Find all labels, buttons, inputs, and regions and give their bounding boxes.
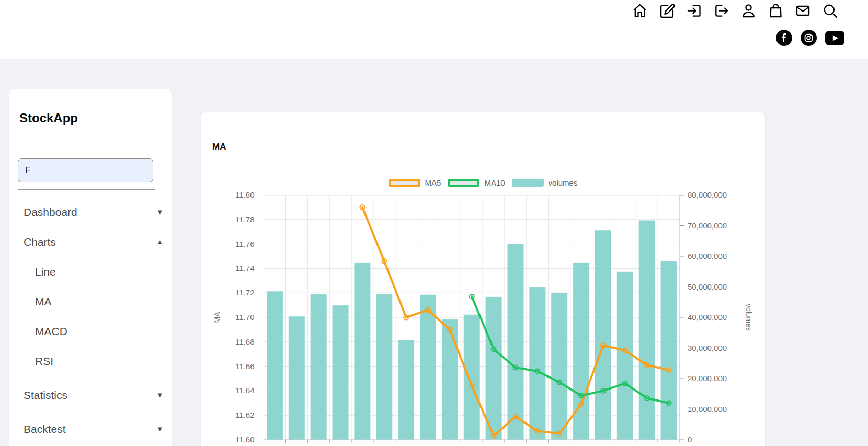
svg-text:11.78: 11.78 [235, 215, 254, 224]
login-icon[interactable] [686, 2, 703, 19]
svg-text:70,000,000: 70,000,000 [688, 221, 727, 230]
edit-icon[interactable] [658, 2, 676, 19]
svg-text:volumes: volumes [745, 304, 753, 331]
chevron-up-icon: ▲ [156, 238, 163, 246]
youtube-icon[interactable] [825, 31, 844, 45]
sidebar: StockApp Dashboard▼Charts▲LineMAMACDRSIS… [9, 89, 172, 446]
mail-icon[interactable] [794, 2, 812, 19]
sidebar-subitem-label: Line [35, 266, 56, 278]
sidebar-subitem-label: RSI [35, 355, 53, 368]
app-title: StockApp [19, 111, 78, 125]
sidebar-subitem-ma[interactable]: MA [9, 287, 172, 316]
svg-text:MA: MA [213, 312, 221, 323]
instagram-icon[interactable] [801, 30, 817, 46]
svg-text:11.72: 11.72 [235, 288, 254, 297]
svg-text:11.74: 11.74 [235, 264, 254, 272]
svg-text:40,000,000: 40,000,000 [688, 313, 727, 322]
sidebar-subitem-macd[interactable]: MACD [9, 316, 172, 346]
svg-text:11.76: 11.76 [235, 239, 254, 248]
svg-text:11.62: 11.62 [235, 410, 254, 419]
facebook-icon[interactable] [776, 30, 792, 46]
svg-text:11.60: 11.60 [235, 435, 254, 444]
search-icon[interactable] [821, 2, 839, 19]
chart-card: MA MA5MA10volumes 11.6011.6211.6411.6611… [201, 112, 765, 446]
ticker-search-input[interactable] [18, 158, 153, 182]
ma-chart-canvas[interactable]: 11.6011.6211.6411.6611.6811.7011.7211.74… [201, 112, 765, 446]
svg-text:50,000,000: 50,000,000 [688, 282, 727, 291]
logout-icon[interactable] [713, 2, 730, 19]
svg-text:11.68: 11.68 [235, 337, 254, 346]
svg-text:80,000,000: 80,000,000 [688, 190, 727, 199]
svg-text:11.64: 11.64 [235, 386, 254, 395]
chevron-down-icon: ▼ [156, 208, 163, 216]
user-icon[interactable] [740, 2, 757, 19]
sidebar-menu: Dashboard▼Charts▲LineMAMACDRSIStatistics… [9, 197, 172, 444]
sidebar-item-statistics[interactable]: Statistics▼ [9, 380, 172, 410]
sidebar-subitem-label: MACD [35, 325, 67, 338]
header-social-icons [776, 30, 844, 46]
sidebar-divider [18, 189, 155, 190]
svg-text:0: 0 [688, 435, 692, 444]
sidebar-subitem-label: MA [35, 295, 52, 308]
sidebar-subitem-line[interactable]: Line [9, 257, 172, 287]
svg-text:20,000,000: 20,000,000 [688, 374, 727, 383]
sidebar-item-dashboard[interactable]: Dashboard▼ [9, 197, 172, 227]
home-icon[interactable] [631, 2, 648, 19]
svg-text:30,000,000: 30,000,000 [688, 344, 727, 352]
chevron-down-icon: ▼ [156, 391, 163, 399]
top-header [0, 0, 868, 59]
svg-text:10,000,000: 10,000,000 [688, 405, 727, 414]
sidebar-item-label: Charts [24, 236, 56, 248]
shopping-bag-icon[interactable] [767, 2, 784, 19]
sidebar-item-label: Backtest [24, 423, 66, 436]
header-nav-icons [631, 2, 839, 19]
svg-text:11.80: 11.80 [235, 190, 254, 199]
sidebar-item-label: Statistics [24, 389, 67, 402]
chevron-down-icon: ▼ [156, 425, 163, 433]
sidebar-item-label: Dashboard [24, 206, 77, 219]
sidebar-item-charts[interactable]: Charts▲ [9, 227, 172, 257]
svg-text:11.66: 11.66 [235, 362, 254, 371]
sidebar-subitem-rsi[interactable]: RSI [9, 346, 172, 376]
sidebar-item-backtest[interactable]: Backtest▼ [9, 414, 172, 444]
svg-text:11.70: 11.70 [235, 313, 254, 322]
svg-text:60,000,000: 60,000,000 [688, 251, 727, 260]
